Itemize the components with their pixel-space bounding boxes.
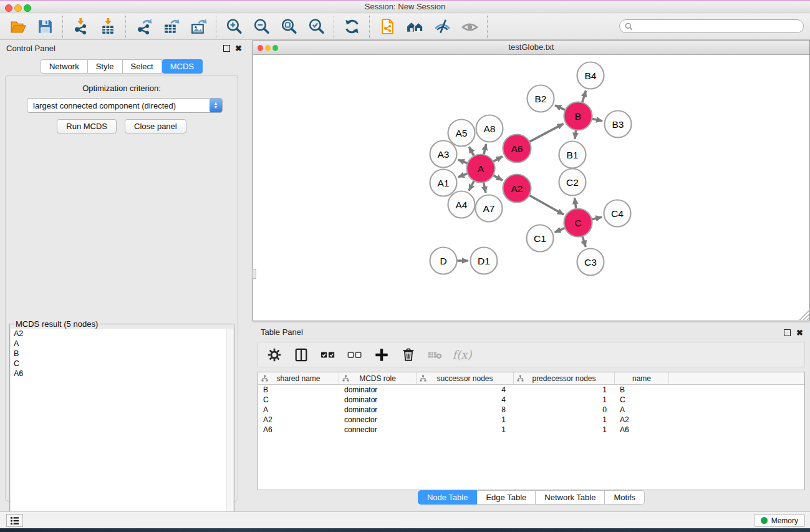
tab-style[interactable]: Style: [88, 59, 123, 74]
network-minimize-button[interactable]: [265, 45, 271, 51]
column-header-predecessor-nodes[interactable]: predecessor nodes: [514, 372, 615, 384]
graph-node-C1[interactable]: C1: [527, 225, 554, 252]
graph-node-A5[interactable]: A5: [448, 120, 475, 147]
graph-edge-A-A4[interactable]: [469, 180, 475, 191]
show-columns-button[interactable]: [293, 347, 309, 363]
show-eye-button[interactable]: [460, 17, 480, 37]
tab-network[interactable]: Network: [41, 59, 88, 74]
network-canvas[interactable]: B4B2BB3A5A8A6A3B1AA1C2A2A4A7C4CC1C3DD1: [253, 55, 809, 321]
table-row[interactable]: A2connector11A2: [258, 415, 804, 425]
export-table-button[interactable]: [161, 17, 181, 37]
graph-edge-C-C2[interactable]: [574, 198, 576, 209]
tab-motifs[interactable]: Motifs: [605, 490, 645, 505]
graph-edge-B-B1[interactable]: [575, 129, 576, 138]
graph-edge-C-C4[interactable]: [591, 217, 602, 220]
zoom-window-button[interactable]: [24, 4, 31, 12]
graph-edge-A-A7[interactable]: [483, 181, 486, 193]
graph-node-A4[interactable]: A4: [448, 191, 475, 218]
open-session-button[interactable]: [7, 17, 27, 37]
network-file-button[interactable]: [377, 17, 397, 37]
graph-node-B3[interactable]: B3: [605, 111, 632, 138]
graph-edge-B-B3[interactable]: [591, 118, 602, 121]
graph-edge-A2-C[interactable]: [529, 195, 564, 215]
graph-edge-B-B2[interactable]: [555, 105, 566, 110]
graph-edge-A-A5[interactable]: [469, 147, 475, 157]
column-header-shared-name[interactable]: shared name: [258, 372, 339, 384]
graph-edge-A6-B[interactable]: [529, 123, 564, 142]
graph-edge-A-A2[interactable]: [493, 175, 503, 180]
column-header-MCDS-role[interactable]: MCDS role: [339, 372, 417, 384]
tab-select[interactable]: Select: [123, 59, 162, 74]
network-close-button[interactable]: [258, 45, 263, 51]
graph-node-C4[interactable]: C4: [604, 200, 631, 227]
tab-network-table[interactable]: Network Table: [536, 490, 605, 505]
export-network-button[interactable]: [133, 17, 153, 37]
table-row[interactable]: Bdominator41B: [258, 385, 804, 395]
close-panel-button[interactable]: Close panel: [125, 119, 186, 133]
graph-edge-B-B4[interactable]: [582, 90, 586, 103]
result-item[interactable]: C: [11, 359, 227, 369]
graph-node-A8[interactable]: A8: [476, 115, 503, 142]
result-item[interactable]: A2: [11, 329, 227, 339]
minimize-window-button[interactable]: [14, 4, 22, 12]
graph-node-D1[interactable]: D1: [471, 248, 498, 274]
network-zoom-button[interactable]: [272, 45, 278, 51]
column-header-name[interactable]: name: [615, 372, 669, 384]
delete-row-button[interactable]: [400, 347, 417, 363]
import-network-button[interactable]: [70, 17, 90, 37]
tab-mcds[interactable]: MCDS: [162, 59, 203, 74]
tab-node-table[interactable]: Node Table: [418, 490, 478, 505]
refresh-button[interactable]: [342, 17, 362, 37]
resize-grip[interactable]: [799, 311, 809, 320]
task-history-button[interactable]: [6, 514, 23, 527]
table-row[interactable]: Adominator80A: [258, 405, 804, 415]
graph-node-C3[interactable]: C3: [577, 249, 604, 276]
graph-node-C2[interactable]: C2: [559, 169, 586, 196]
graph-node-A7[interactable]: A7: [476, 195, 503, 222]
graph-node-D[interactable]: D: [430, 248, 457, 274]
result-scrollbar[interactable]: [226, 329, 233, 532]
graph-node-B[interactable]: B: [564, 102, 592, 130]
export-image-button[interactable]: [188, 17, 208, 37]
table-settings-button[interactable]: [266, 347, 282, 363]
tab-edge-table[interactable]: Edge Table: [477, 490, 536, 505]
close-window-button[interactable]: [5, 4, 12, 12]
select-all-button[interactable]: [320, 347, 336, 363]
graph-node-B1[interactable]: B1: [559, 142, 586, 168]
import-table-button[interactable]: [98, 17, 118, 37]
graph-edge-A-A1[interactable]: [458, 173, 468, 177]
control-panel-close-icon[interactable]: ✖: [235, 44, 242, 53]
graph-node-C[interactable]: C: [564, 209, 592, 237]
graph-node-A3[interactable]: A3: [430, 141, 457, 168]
function-builder-button[interactable]: f(x): [454, 347, 470, 363]
graph-edge-A-A6[interactable]: [493, 157, 503, 162]
column-header-successor-nodes[interactable]: successor nodes: [417, 372, 514, 384]
zoom-fit-button[interactable]: [279, 17, 299, 37]
graph-node-B4[interactable]: B4: [577, 62, 604, 89]
memory-button[interactable]: Memory: [754, 514, 805, 527]
run-mcds-button[interactable]: Run MCDS: [57, 119, 117, 133]
graph-edge-C-C1[interactable]: [555, 228, 566, 232]
zoom-out-button[interactable]: [251, 17, 271, 37]
table-panel-float-icon[interactable]: [784, 329, 791, 336]
hide-eye-button[interactable]: [432, 17, 452, 37]
result-item[interactable]: B: [11, 349, 227, 359]
result-item[interactable]: A6: [11, 369, 227, 379]
zoom-selected-button[interactable]: [306, 17, 326, 37]
deselect-all-button[interactable]: [347, 347, 363, 363]
graph-edge-A-A8[interactable]: [484, 144, 486, 155]
graph-node-A2[interactable]: A2: [503, 175, 531, 203]
graph-node-A[interactable]: A: [467, 155, 495, 183]
save-session-button[interactable]: [35, 17, 55, 37]
splitter-handle[interactable]: [252, 269, 256, 279]
home-view-button[interactable]: [405, 17, 425, 37]
delete-table-button[interactable]: [427, 347, 443, 363]
control-panel-float-icon[interactable]: [223, 45, 230, 52]
result-item[interactable]: A: [11, 339, 227, 349]
graph-edge-A-A3[interactable]: [458, 160, 468, 163]
graph-node-A1[interactable]: A1: [430, 170, 457, 196]
graph-node-A6[interactable]: A6: [503, 135, 531, 163]
zoom-in-button[interactable]: [224, 17, 244, 37]
graph-edge-C-C3[interactable]: [582, 235, 586, 246]
table-row[interactable]: Cdominator41C: [258, 395, 804, 405]
